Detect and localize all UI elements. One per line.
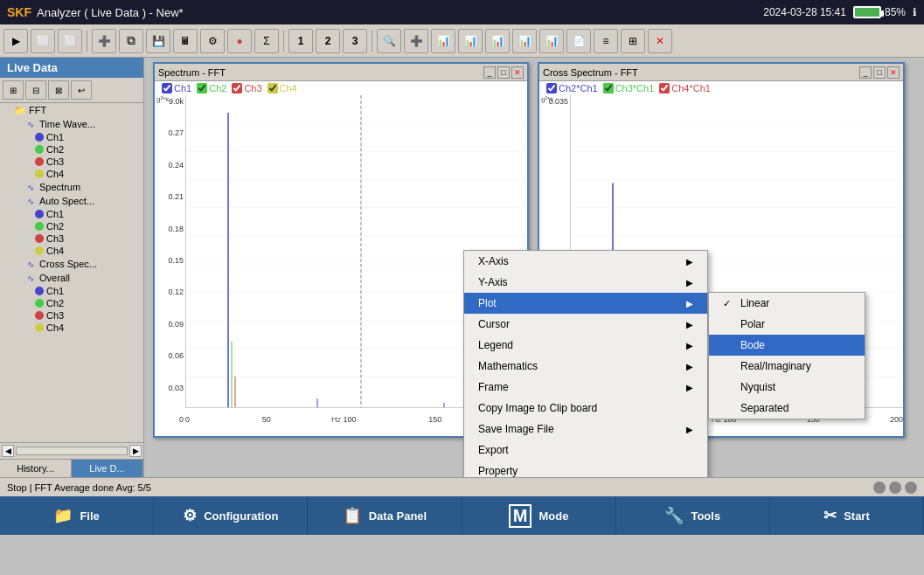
sub-nyquist[interactable]: Nyquist — [709, 377, 865, 398]
tree-item-ch1-3[interactable]: Ch1 — [0, 285, 143, 297]
pause-button[interactable]: ⬜ — [58, 29, 82, 53]
tools-button[interactable]: 🔧 Tools — [616, 496, 770, 535]
ctx-save-image[interactable]: Save Image File ▶ — [464, 419, 707, 440]
tree-item-crossspec[interactable]: ∿ Cross Spec... — [0, 257, 143, 271]
battery-icon — [853, 6, 881, 18]
tab-livedata[interactable]: Live D... — [72, 460, 143, 477]
sidebar-btn-1[interactable]: ⊞ — [3, 80, 24, 100]
sub-polar[interactable]: Polar — [709, 314, 865, 335]
ctx-yaxis[interactable]: Y-Axis ▶ — [464, 272, 707, 293]
copy-button[interactable]: ⧉ — [119, 29, 143, 53]
ctx-export[interactable]: Export — [464, 440, 707, 461]
ctx-cursor[interactable]: Cursor ▶ — [464, 314, 707, 335]
configuration-button[interactable]: ⚙ Configuration — [154, 496, 308, 535]
toolbar: ▶ ⬜ ⬜ ➕ ⧉ 💾 🖩 ⚙ ● Σ 1 2 3 🔍 ➕ 📊 📊 📊 📊 📊 … — [0, 24, 924, 58]
sub-bode[interactable]: Bode — [709, 335, 865, 356]
legend-ch3-check[interactable] — [232, 83, 242, 94]
close-all-button[interactable]: ✕ — [648, 29, 672, 53]
tree-scroll-right[interactable]: ▶ — [129, 445, 142, 457]
file-button[interactable]: 📁 File — [0, 496, 154, 535]
chart3-button[interactable]: 📊 — [485, 29, 510, 53]
tree-item-spectrum[interactable]: ∿ Spectrum — [0, 180, 143, 194]
legend-ch4ch1-label: Ch4*Ch1 — [671, 83, 711, 94]
sub-realimaginary[interactable]: Real/Imaginary — [709, 356, 865, 377]
tree-label-fft: FFT — [29, 105, 46, 115]
tree-item-ch2-2[interactable]: Ch2 — [0, 220, 143, 232]
ctx-frame[interactable]: Frame ▶ — [464, 377, 707, 398]
pie-button[interactable]: ● — [227, 29, 252, 53]
plot-close-right[interactable]: ✕ — [887, 66, 900, 79]
ch2-button[interactable]: 2 — [316, 29, 340, 53]
tree-item-ch4-3[interactable]: Ch4 — [0, 322, 143, 334]
legend-ch2-check[interactable] — [197, 83, 207, 94]
ctx-legend[interactable]: Legend ▶ — [464, 335, 707, 356]
plot-minimize-left[interactable]: _ — [483, 66, 496, 79]
sidebar-btn-4[interactable]: ↩ — [71, 80, 92, 100]
chart2-button[interactable]: 📊 — [458, 29, 483, 53]
ch1-button[interactable]: 1 — [288, 29, 313, 53]
chart1-button[interactable]: 📊 — [431, 29, 455, 53]
plot-restore-left[interactable]: □ — [497, 66, 510, 79]
list-button[interactable]: ≡ — [594, 29, 618, 53]
stop-button[interactable]: ⬜ — [31, 29, 55, 53]
tree-item-timewave[interactable]: ∿ Time Wave... — [0, 117, 143, 131]
ctx-plot[interactable]: Plot ▶ — [464, 293, 707, 314]
doc-button[interactable]: 📄 — [566, 29, 591, 53]
grid-button[interactable]: ⊞ — [621, 29, 645, 53]
ctx-xaxis[interactable]: X-Axis ▶ — [464, 251, 707, 272]
plot-controls-right: _ □ ✕ — [859, 66, 900, 79]
tree-item-fft[interactable]: 📁 FFT — [0, 103, 143, 117]
top-bar: SKF Analyzer ( Live Data ) - New* 2024-0… — [0, 0, 924, 24]
datapanel-button[interactable]: 📋 Data Panel — [308, 496, 462, 535]
status-dot-1 — [873, 481, 886, 494]
add2-button[interactable]: ➕ — [404, 29, 428, 53]
ctx-property[interactable]: Property — [464, 461, 707, 477]
tree-item-ch2-1[interactable]: Ch2 — [0, 143, 143, 156]
ctx-mathematics[interactable]: Mathematics ▶ — [464, 356, 707, 377]
plot-minimize-right[interactable]: _ — [859, 66, 872, 79]
info-icon[interactable]: ℹ — [913, 6, 917, 18]
ctx-copy-image[interactable]: Copy Image to Clip board — [464, 398, 707, 419]
plot-close-left[interactable]: ✕ — [511, 66, 524, 79]
tree-label-crossspec: Cross Spec... — [39, 259, 97, 269]
tree-item-autospect[interactable]: ∿ Auto Spect... — [0, 194, 143, 208]
tree-item-ch4-1[interactable]: Ch4 — [0, 168, 143, 180]
tree-item-ch3-2[interactable]: Ch3 — [0, 232, 143, 245]
zoom-button[interactable]: 🔍 — [377, 29, 401, 53]
tree-item-ch3-1[interactable]: Ch3 — [0, 156, 143, 168]
tree-item-ch1-1[interactable]: Ch1 — [0, 131, 143, 143]
calc-button[interactable]: 🖩 — [173, 29, 198, 53]
start-button[interactable]: ✂ Start — [770, 496, 924, 535]
mode-button[interactable]: M Mode — [462, 496, 616, 535]
tree-item-ch3-3[interactable]: Ch3 — [0, 309, 143, 322]
plot-restore-right[interactable]: □ — [873, 66, 886, 79]
chart5-button[interactable]: 📊 — [539, 29, 564, 53]
tree-scroll-left[interactable]: ◀ — [2, 445, 14, 457]
ch1-dot-1 — [35, 133, 44, 142]
legend-ch4ch1-check[interactable] — [659, 83, 670, 94]
sub-separated[interactable]: Separated — [709, 398, 865, 419]
tab-history[interactable]: History... — [0, 460, 72, 477]
tree-item-ch2-3[interactable]: Ch2 — [0, 297, 143, 309]
ctx-cursor-arrow: ▶ — [686, 320, 693, 329]
submenu: ✓ Linear Polar Bode Real/Imaginary Nyqui… — [708, 292, 865, 419]
sidebar-btn-2[interactable]: ⊟ — [25, 80, 46, 100]
legend-ch2ch1-check[interactable] — [546, 83, 557, 94]
tree-item-overall[interactable]: ∿ Overall — [0, 271, 143, 285]
save-button[interactable]: 💾 — [146, 29, 170, 53]
legend-ch3ch1-check[interactable] — [603, 83, 614, 94]
sub-linear[interactable]: ✓ Linear — [709, 293, 865, 314]
legend-ch1-check[interactable] — [162, 83, 172, 94]
settings-button[interactable]: ⚙ — [200, 29, 225, 53]
sigma-button[interactable]: Σ — [254, 29, 279, 53]
ch3-button[interactable]: 3 — [343, 29, 367, 53]
legend-ch4-check[interactable] — [267, 83, 278, 94]
sidebar-btn-3[interactable]: ⊠ — [48, 80, 69, 100]
chart4-button[interactable]: 📊 — [512, 29, 537, 53]
legend-ch2: Ch2 — [197, 83, 226, 94]
tree-item-ch1-2[interactable]: Ch1 — [0, 208, 143, 220]
ctx-frame-arrow: ▶ — [686, 383, 693, 392]
add-button[interactable]: ➕ — [92, 29, 116, 53]
play-button[interactable]: ▶ — [3, 29, 28, 53]
tree-item-ch4-2[interactable]: Ch4 — [0, 245, 143, 257]
